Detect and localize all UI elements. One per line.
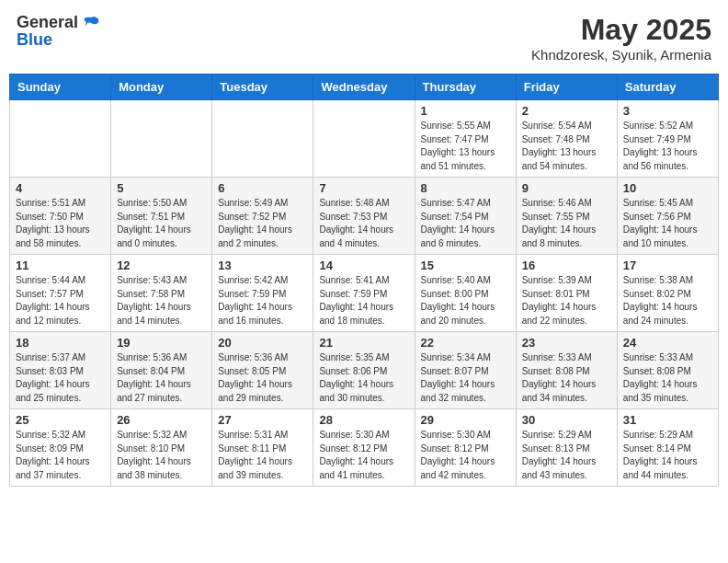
weekday-header-wednesday: Wednesday <box>313 75 415 100</box>
calendar-cell: 17Sunrise: 5:38 AM Sunset: 8:02 PM Dayli… <box>617 255 718 332</box>
day-info: Sunrise: 5:30 AM Sunset: 8:12 PM Dayligh… <box>421 429 510 482</box>
day-number: 11 <box>16 259 105 272</box>
day-number: 6 <box>218 181 307 195</box>
day-info: Sunrise: 5:42 AM Sunset: 7:59 PM Dayligh… <box>218 274 307 327</box>
calendar-cell <box>111 100 212 178</box>
calendar-cell: 14Sunrise: 5:41 AM Sunset: 7:59 PM Dayli… <box>313 255 415 332</box>
day-info: Sunrise: 5:29 AM Sunset: 8:13 PM Dayligh… <box>522 429 611 482</box>
day-number: 2 <box>522 104 611 118</box>
day-info: Sunrise: 5:30 AM Sunset: 8:12 PM Dayligh… <box>319 429 408 482</box>
logo-general-text: General <box>17 14 78 30</box>
day-info: Sunrise: 5:55 AM Sunset: 7:47 PM Dayligh… <box>421 120 510 173</box>
calendar-cell: 6Sunrise: 5:49 AM Sunset: 7:52 PM Daylig… <box>212 178 313 255</box>
day-info: Sunrise: 5:38 AM Sunset: 8:02 PM Dayligh… <box>623 274 712 327</box>
week-row-2: 4Sunrise: 5:51 AM Sunset: 7:50 PM Daylig… <box>10 178 719 255</box>
day-number: 26 <box>117 413 206 427</box>
calendar-cell: 18Sunrise: 5:37 AM Sunset: 8:03 PM Dayli… <box>10 332 111 409</box>
day-info: Sunrise: 5:37 AM Sunset: 8:03 PM Dayligh… <box>16 351 105 405</box>
weekday-header-sunday: Sunday <box>10 75 111 100</box>
day-number: 19 <box>117 336 206 350</box>
calendar-cell: 29Sunrise: 5:30 AM Sunset: 8:12 PM Dayli… <box>415 409 516 487</box>
day-number: 14 <box>319 259 408 272</box>
day-info: Sunrise: 5:52 AM Sunset: 7:49 PM Dayligh… <box>623 120 712 173</box>
day-number: 29 <box>421 413 510 427</box>
calendar-cell: 11Sunrise: 5:44 AM Sunset: 7:57 PM Dayli… <box>10 255 111 332</box>
day-number: 30 <box>522 413 611 427</box>
calendar-cell: 5Sunrise: 5:50 AM Sunset: 7:51 PM Daylig… <box>111 178 212 255</box>
calendar-cell: 1Sunrise: 5:55 AM Sunset: 7:47 PM Daylig… <box>415 100 516 178</box>
calendar-cell: 12Sunrise: 5:43 AM Sunset: 7:58 PM Dayli… <box>111 255 212 332</box>
weekday-header-tuesday: Tuesday <box>212 75 313 100</box>
day-number: 24 <box>623 336 712 350</box>
day-info: Sunrise: 5:32 AM Sunset: 8:10 PM Dayligh… <box>117 429 206 482</box>
calendar-cell: 10Sunrise: 5:45 AM Sunset: 7:56 PM Dayli… <box>617 178 718 255</box>
weekday-header-saturday: Saturday <box>617 75 718 100</box>
day-info: Sunrise: 5:45 AM Sunset: 7:56 PM Dayligh… <box>623 197 712 250</box>
weekday-header-friday: Friday <box>516 75 617 100</box>
day-number: 10 <box>623 181 712 195</box>
month-title: May 2025 <box>531 13 711 47</box>
calendar-cell: 28Sunrise: 5:30 AM Sunset: 8:12 PM Dayli… <box>313 409 415 487</box>
calendar-cell: 24Sunrise: 5:33 AM Sunset: 8:08 PM Dayli… <box>617 332 718 409</box>
day-info: Sunrise: 5:50 AM Sunset: 7:51 PM Dayligh… <box>117 197 206 250</box>
day-number: 7 <box>319 181 408 195</box>
calendar-cell: 13Sunrise: 5:42 AM Sunset: 7:59 PM Dayli… <box>212 255 313 332</box>
day-number: 5 <box>117 181 206 195</box>
week-row-4: 18Sunrise: 5:37 AM Sunset: 8:03 PM Dayli… <box>10 332 719 409</box>
day-info: Sunrise: 5:47 AM Sunset: 7:54 PM Dayligh… <box>421 197 510 250</box>
day-number: 9 <box>522 181 611 195</box>
day-info: Sunrise: 5:33 AM Sunset: 8:08 PM Dayligh… <box>623 351 712 405</box>
day-number: 22 <box>421 336 510 350</box>
day-number: 8 <box>421 181 510 195</box>
day-info: Sunrise: 5:33 AM Sunset: 8:08 PM Dayligh… <box>522 351 611 405</box>
day-info: Sunrise: 5:29 AM Sunset: 8:14 PM Dayligh… <box>623 429 712 482</box>
day-number: 16 <box>522 259 611 272</box>
day-info: Sunrise: 5:32 AM Sunset: 8:09 PM Dayligh… <box>16 429 105 482</box>
calendar-cell: 21Sunrise: 5:35 AM Sunset: 8:06 PM Dayli… <box>313 332 415 409</box>
day-number: 1 <box>421 104 510 118</box>
logo: General Blue <box>17 13 100 48</box>
day-info: Sunrise: 5:36 AM Sunset: 8:04 PM Dayligh… <box>117 351 206 405</box>
calendar-cell: 9Sunrise: 5:46 AM Sunset: 7:55 PM Daylig… <box>516 178 617 255</box>
calendar-cell: 26Sunrise: 5:32 AM Sunset: 8:10 PM Dayli… <box>111 409 212 487</box>
day-number: 23 <box>522 336 611 350</box>
calendar-cell: 25Sunrise: 5:32 AM Sunset: 8:09 PM Dayli… <box>10 409 111 487</box>
weekday-header-monday: Monday <box>111 75 212 100</box>
day-number: 15 <box>421 259 510 272</box>
calendar-cell <box>313 100 415 178</box>
week-row-3: 11Sunrise: 5:44 AM Sunset: 7:57 PM Dayli… <box>10 255 719 332</box>
calendar-cell: 19Sunrise: 5:36 AM Sunset: 8:04 PM Dayli… <box>111 332 212 409</box>
day-info: Sunrise: 5:35 AM Sunset: 8:06 PM Dayligh… <box>319 351 408 405</box>
calendar-cell: 15Sunrise: 5:40 AM Sunset: 8:00 PM Dayli… <box>415 255 516 332</box>
weekday-header-row: SundayMondayTuesdayWednesdayThursdayFrid… <box>10 75 719 100</box>
logo-bird-icon <box>82 13 100 31</box>
calendar-cell: 16Sunrise: 5:39 AM Sunset: 8:01 PM Dayli… <box>516 255 617 332</box>
day-number: 13 <box>218 259 307 272</box>
calendar-cell: 8Sunrise: 5:47 AM Sunset: 7:54 PM Daylig… <box>415 178 516 255</box>
calendar-cell: 2Sunrise: 5:54 AM Sunset: 7:48 PM Daylig… <box>516 100 617 178</box>
calendar-cell: 22Sunrise: 5:34 AM Sunset: 8:07 PM Dayli… <box>415 332 516 409</box>
day-info: Sunrise: 5:36 AM Sunset: 8:05 PM Dayligh… <box>218 351 307 405</box>
day-number: 4 <box>16 181 105 195</box>
day-info: Sunrise: 5:43 AM Sunset: 7:58 PM Dayligh… <box>117 274 206 327</box>
day-info: Sunrise: 5:34 AM Sunset: 8:07 PM Dayligh… <box>421 351 510 405</box>
calendar-cell: 3Sunrise: 5:52 AM Sunset: 7:49 PM Daylig… <box>617 100 718 178</box>
day-number: 31 <box>623 413 712 427</box>
day-number: 20 <box>218 336 307 350</box>
day-info: Sunrise: 5:40 AM Sunset: 8:00 PM Dayligh… <box>421 274 510 327</box>
day-number: 18 <box>16 336 105 350</box>
day-number: 27 <box>218 413 307 427</box>
calendar-cell <box>212 100 313 178</box>
calendar-cell: 31Sunrise: 5:29 AM Sunset: 8:14 PM Dayli… <box>617 409 718 487</box>
calendar-cell: 4Sunrise: 5:51 AM Sunset: 7:50 PM Daylig… <box>10 178 111 255</box>
calendar-cell: 7Sunrise: 5:48 AM Sunset: 7:53 PM Daylig… <box>313 178 415 255</box>
week-row-5: 25Sunrise: 5:32 AM Sunset: 8:09 PM Dayli… <box>10 409 719 487</box>
day-info: Sunrise: 5:54 AM Sunset: 7:48 PM Dayligh… <box>522 120 611 173</box>
location-title: Khndzoresk, Syunik, Armenia <box>531 47 711 63</box>
calendar-cell: 30Sunrise: 5:29 AM Sunset: 8:13 PM Dayli… <box>516 409 617 487</box>
week-row-1: 1Sunrise: 5:55 AM Sunset: 7:47 PM Daylig… <box>10 100 719 178</box>
calendar-cell: 20Sunrise: 5:36 AM Sunset: 8:05 PM Dayli… <box>212 332 313 409</box>
calendar-cell <box>10 100 111 178</box>
day-number: 28 <box>319 413 408 427</box>
calendar-cell: 23Sunrise: 5:33 AM Sunset: 8:08 PM Dayli… <box>516 332 617 409</box>
